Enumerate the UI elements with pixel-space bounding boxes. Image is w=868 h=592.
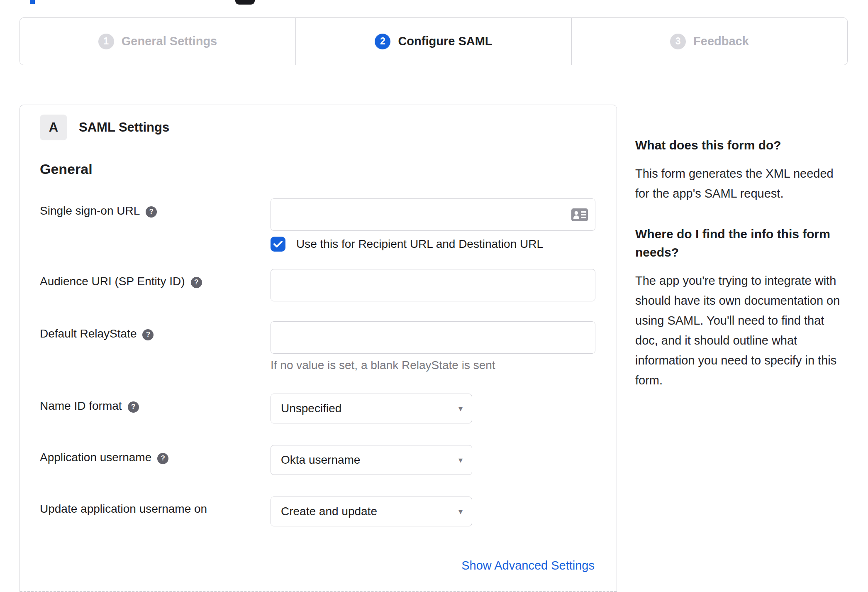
field-row-application-username: Application username? Okta username ▾ (40, 445, 617, 475)
audience-uri-input[interactable] (271, 269, 595, 301)
name-id-format-select[interactable]: Unspecified ▾ (271, 394, 472, 423)
step-1-label: General Settings (122, 34, 217, 48)
name-id-format-value: Unspecified (281, 402, 341, 415)
help-sidebar: What does this form do? This form genera… (635, 136, 846, 390)
step-3-label: Feedback (693, 34, 749, 48)
general-section-heading: General (40, 161, 617, 177)
application-username-label: Application username (40, 451, 151, 464)
field-row-name-id-format: Name ID format? Unspecified ▾ (40, 394, 617, 423)
sidebar-body-what: This form generates the XML needed for t… (635, 164, 846, 203)
field-row-update-username-on: Update application username on Create an… (40, 497, 617, 526)
field-row-default-relaystate: Default RelayState? If no value is set, … (40, 321, 617, 372)
default-relaystate-input[interactable] (271, 321, 595, 354)
help-icon[interactable]: ? (128, 401, 139, 413)
help-icon[interactable]: ? (142, 329, 154, 340)
chevron-down-icon: ▾ (458, 506, 463, 516)
cutoff-blue-artifact (30, 0, 35, 4)
default-relaystate-label: Default RelayState (40, 327, 137, 340)
update-username-on-label: Update application username on (40, 502, 207, 515)
step-3-number-badge: 3 (670, 34, 686, 49)
recipient-url-checkbox-label: Use this for Recipient URL and Destinati… (296, 237, 543, 251)
step-2-number-badge: 2 (375, 34, 390, 49)
update-username-on-value: Create and update (281, 505, 377, 518)
section-a-badge: A (40, 115, 67, 140)
sidebar-section-where: Where do I find the info this form needs… (635, 225, 846, 390)
help-icon[interactable]: ? (157, 453, 168, 464)
show-advanced-settings-link[interactable]: Show Advanced Settings (461, 559, 595, 572)
help-icon[interactable]: ? (146, 206, 157, 218)
saml-settings-panel: A SAML Settings General Single sign-on U… (20, 105, 617, 592)
sidebar-section-what: What does this form do? This form genera… (635, 136, 846, 203)
panel-title: SAML Settings (79, 120, 169, 135)
audience-uri-label: Audience URI (SP Entity ID) (40, 275, 185, 288)
checkmark-icon (273, 240, 283, 248)
help-icon[interactable]: ? (191, 277, 202, 288)
panel-header: A SAML Settings (40, 115, 617, 140)
sidebar-heading-what: What does this form do? (635, 136, 846, 154)
step-configure-saml[interactable]: 2 Configure SAML (295, 18, 571, 65)
update-username-on-select[interactable]: Create and update ▾ (271, 497, 472, 526)
sidebar-heading-where: Where do I find the info this form needs… (635, 225, 846, 262)
cutoff-app-logo (235, 0, 255, 5)
chevron-down-icon: ▾ (458, 404, 463, 413)
wizard-stepper: 1 General Settings 2 Configure SAML 3 Fe… (20, 17, 848, 65)
sidebar-body-where: The app you're trying to integrate with … (635, 271, 846, 390)
step-2-label: Configure SAML (398, 34, 492, 48)
relaystate-hint: If no value is set, a blank RelayState i… (271, 359, 617, 372)
field-row-audience-uri: Audience URI (SP Entity ID)? (40, 269, 617, 301)
name-id-format-label: Name ID format (40, 399, 122, 412)
single-sign-on-url-label: Single sign-on URL (40, 204, 140, 217)
application-username-select[interactable]: Okta username ▾ (271, 445, 472, 475)
step-1-number-badge: 1 (98, 34, 114, 49)
application-username-value: Okta username (281, 453, 360, 467)
chevron-down-icon: ▾ (458, 455, 463, 465)
step-feedback[interactable]: 3 Feedback (571, 18, 847, 65)
field-row-single-sign-on-url: Single sign-on URL? (40, 198, 617, 252)
single-sign-on-url-input[interactable] (271, 198, 595, 231)
step-general-settings[interactable]: 1 General Settings (20, 18, 295, 65)
recipient-url-checkbox[interactable] (271, 237, 285, 252)
